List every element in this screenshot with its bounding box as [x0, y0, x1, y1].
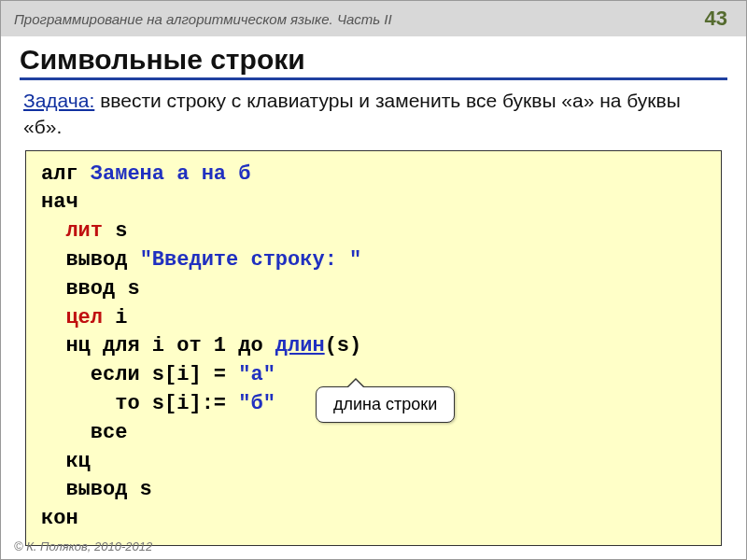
task-text: Задача: ввести строку с клавиатуры и зам…	[20, 88, 727, 150]
code-line: нач	[41, 189, 706, 217]
code-line: кц	[41, 448, 706, 477]
task-body: ввести строку с клавиатуры и заменить вс…	[23, 90, 681, 137]
code-box: алг Замена а на б нач лит s вывод "Введи…	[25, 150, 722, 546]
code-line: вывод s	[41, 476, 706, 505]
code-line: все	[41, 419, 706, 448]
code-line: алг Замена а на б	[41, 161, 706, 189]
code-line: нц для i от 1 до длин(s)	[41, 332, 706, 361]
header-title: Программирование на алгоритмическом язык…	[14, 11, 392, 27]
code-line: лит s	[41, 217, 706, 246]
content: Символьные строки Задача: ввести строку …	[1, 36, 746, 546]
code-line: вывод "Введите строку: "	[41, 246, 706, 275]
code-line: ввод s	[41, 275, 706, 304]
code-line: цел i	[41, 304, 706, 333]
code-line: кон	[41, 505, 706, 534]
page-number: 43	[705, 7, 733, 31]
callout-length: длина строки	[316, 386, 455, 423]
main-heading: Символьные строки	[20, 44, 727, 80]
footer-copyright: © К. Поляков, 2010-2012	[14, 539, 152, 553]
task-label: Задача:	[23, 90, 94, 111]
header-bar: Программирование на алгоритмическом язык…	[1, 1, 746, 36]
